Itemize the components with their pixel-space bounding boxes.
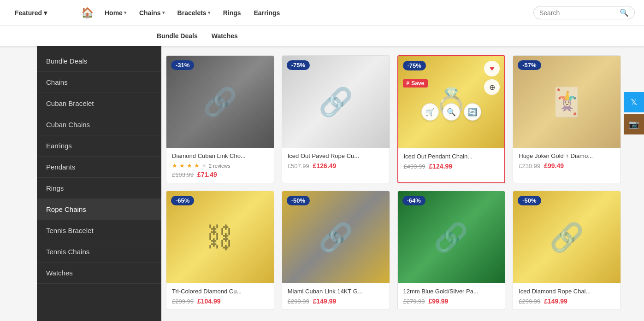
header-bottom: Bundle Deals Watches (0, 26, 644, 46)
product-info-p3: Iced Out Pendant Chain... £499.99 £124.9… (398, 148, 505, 175)
compare-button[interactable]: ⊕ (484, 79, 500, 95)
product-card-p4: -57% 🃏 Huge Joker Gold + Diamo... £230.9… (513, 55, 621, 183)
reviews-count: 2 reviews (209, 163, 230, 169)
product-name: Huge Joker Gold + Diamo... (519, 152, 615, 159)
nav-earrings[interactable]: Earrings (249, 6, 285, 19)
sale-price: £124.99 (429, 163, 453, 170)
product-icon: 🔗 (319, 221, 353, 254)
product-icon: 🔗 (549, 221, 584, 254)
home-icon-link[interactable]: 🏠 (78, 4, 96, 22)
card-bottom-actions: 🛒 🔍 🔄 (421, 103, 481, 121)
product-grid-row1: -31% 🔗 Diamond Cuban Link Cho... ★ ★ ★ ★… (166, 55, 621, 183)
quick-view-button[interactable]: 🔍 (443, 103, 460, 121)
nav-rings[interactable]: Rings (219, 6, 246, 19)
search-box: 🔍 (533, 6, 635, 19)
product-info-p5: Tri-Colored Diamond Cu... £299.99 £104.9… (166, 283, 274, 309)
wishlist-button[interactable]: ♥ (484, 61, 500, 76)
product-price: £499.99 £124.99 (404, 163, 499, 170)
discount-badge: -31% (171, 60, 194, 70)
product-card-p7: -64% 🔗 12mm Blue Gold/Silver Pa... £279.… (397, 191, 506, 310)
twitter-icon: 𝕏 (631, 97, 638, 107)
compare-product-button[interactable]: 🔄 (464, 103, 481, 121)
sidebar-item-bundle-deals[interactable]: Bundle Deals (37, 51, 161, 72)
star-icon: ★ (179, 162, 185, 169)
sale-price: £99.99 (429, 298, 449, 305)
original-price: £279.99 (403, 298, 425, 305)
product-icon: 🃏 (549, 86, 584, 118)
twitter-button[interactable]: 𝕏 (624, 92, 644, 112)
product-image-p4: -57% 🃏 (513, 56, 620, 148)
product-card-p5: -65% ⛓ Tri-Colored Diamond Cu... £299.99… (166, 191, 274, 310)
sidebar-item-watches[interactable]: Watches (37, 263, 161, 284)
featured-button[interactable]: Featured ▾ (9, 6, 69, 19)
discount-badge: -50% (287, 196, 310, 205)
product-icon: 🔗 (319, 86, 353, 118)
product-name: Iced Out Pendant Chain... (404, 153, 499, 160)
product-price: £299.99 £149.99 (288, 298, 384, 305)
nav-home[interactable]: Home ▾ (100, 6, 131, 19)
product-card-p8: -50% 🔗 Iced Diamond Rope Chai... £299.99… (513, 191, 621, 310)
sale-price: £71.49 (197, 171, 217, 178)
sale-price: £99.49 (544, 162, 564, 169)
product-image-p3: -75% P Save ♥ ⊕ 💍 🛒 🔍 (398, 56, 505, 148)
product-info-p2: Iced Out Paved Rope Cu... £507.99 £126.4… (282, 148, 390, 174)
product-card-p3: -75% P Save ♥ ⊕ 💍 🛒 🔍 (397, 55, 506, 183)
header-top: Featured ▾ 🏠 Home ▾ Chains ▾ Bracelets ▾… (0, 0, 644, 26)
product-image-p7: -64% 🔗 (398, 191, 505, 283)
main-nav: 🏠 Home ▾ Chains ▾ Bracelets ▾ Rings Earr… (78, 4, 533, 22)
chevron-down-icon: ▾ (124, 10, 126, 15)
discount-badge: -75% (287, 60, 310, 70)
home-icon: 🏠 (81, 7, 94, 18)
product-name: Iced Diamond Rope Chai... (519, 288, 615, 295)
nav-watches[interactable]: Watches (212, 32, 238, 40)
product-card-p2: -75% 🔗 Iced Out Paved Rope Cu... £507.99… (282, 55, 390, 183)
product-name: Miami Cuban Link 14KT G... (288, 288, 384, 295)
sidebar-item-tennis-bracelet[interactable]: Tennis Bracelet (37, 220, 161, 241)
sidebar-item-cuban-chains[interactable]: Cuban Chains (37, 114, 161, 135)
product-price: £103.99 £71.49 (172, 171, 268, 178)
nav-chains[interactable]: Chains ▾ (135, 6, 169, 19)
star-icon: ★ (201, 162, 207, 169)
product-image-p6: -50% 🔗 (282, 191, 390, 283)
product-stars: ★ ★ ★ ★ ★ 2 reviews (172, 162, 268, 169)
sidebar-item-rope-chains[interactable]: Rope Chains (37, 199, 161, 220)
product-icon: 🔗 (434, 221, 468, 254)
product-icon: ⛓ (206, 222, 234, 253)
original-price: £103.99 (172, 171, 194, 178)
sidebar-item-earrings[interactable]: Earrings (37, 135, 161, 157)
header: Featured ▾ 🏠 Home ▾ Chains ▾ Bracelets ▾… (0, 0, 644, 46)
nav-bracelets[interactable]: Bracelets ▾ (173, 6, 215, 19)
product-info-p6: Miami Cuban Link 14KT G... £299.99 £149.… (282, 283, 390, 309)
product-card-p6: -50% 🔗 Miami Cuban Link 14KT G... £299.9… (282, 191, 390, 310)
instagram-button[interactable]: 📷 (624, 114, 644, 134)
star-icon: ★ (187, 162, 192, 169)
sidebar-item-rings[interactable]: Rings (37, 178, 161, 199)
instagram-icon: 📷 (629, 119, 639, 129)
sidebar-item-chains[interactable]: Chains (37, 72, 161, 93)
sidebar-item-cuban-bracelet[interactable]: Cuban Bracelet (37, 93, 161, 114)
nav-bundle-deals[interactable]: Bundle Deals (157, 32, 198, 40)
star-icon: ★ (172, 162, 177, 169)
sidebar-item-pendants[interactable]: Pendants (37, 157, 161, 178)
search-input[interactable] (539, 9, 616, 17)
product-name: Diamond Cuban Link Cho... (172, 152, 268, 159)
product-name: Tri-Colored Diamond Cu... (172, 288, 268, 295)
product-image-p1: -31% 🔗 (166, 56, 274, 148)
product-image-p8: -50% 🔗 (513, 191, 620, 283)
discount-badge: -50% (518, 196, 541, 205)
product-card-p1: -31% 🔗 Diamond Cuban Link Cho... ★ ★ ★ ★… (166, 55, 274, 183)
original-price: £230.99 (519, 163, 540, 169)
search-icon[interactable]: 🔍 (620, 8, 629, 17)
main-layout: Bundle Deals Chains Cuban Bracelet Cuban… (0, 46, 644, 319)
chevron-down-icon: ▾ (44, 9, 47, 17)
sidebar-item-tennis-chains[interactable]: Tennis Chains (37, 241, 161, 263)
original-price: £299.99 (519, 298, 540, 305)
product-price: £507.99 £126.49 (288, 162, 384, 169)
product-price: £230.99 £99.49 (519, 162, 615, 169)
social-sidebar: 𝕏 📷 (624, 92, 644, 134)
star-icon: ★ (194, 162, 200, 169)
product-price: £299.99 £149.99 (519, 298, 615, 305)
card-top-actions: ♥ ⊕ (484, 61, 500, 95)
product-grid-row2: -65% ⛓ Tri-Colored Diamond Cu... £299.99… (166, 191, 621, 310)
add-to-cart-button[interactable]: 🛒 (421, 103, 439, 121)
